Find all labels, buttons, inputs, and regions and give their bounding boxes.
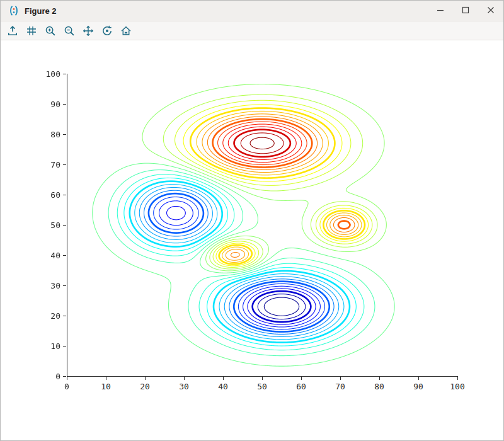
y-tick-label: 70 xyxy=(50,160,60,169)
pan-icon xyxy=(82,25,94,37)
figure-window: Figure 2 01020304050 xyxy=(0,0,504,441)
contour-canvas[interactable] xyxy=(67,74,457,376)
maximize-button[interactable] xyxy=(453,1,478,21)
y-tick-mark xyxy=(63,285,66,286)
zoom-out-icon xyxy=(63,25,76,37)
x-tick-label: 40 xyxy=(218,382,228,391)
x-tick-label: 90 xyxy=(413,382,423,391)
x-tick-label: 70 xyxy=(335,382,345,391)
y-tick-mark xyxy=(63,134,66,135)
x-tick-mark xyxy=(106,377,106,380)
x-tick-mark xyxy=(67,377,67,380)
zoom-out-button[interactable] xyxy=(61,23,77,38)
x-tick-mark xyxy=(379,377,380,380)
app-icon xyxy=(8,5,20,16)
x-tick-label: 60 xyxy=(296,382,306,391)
y-tick-label: 40 xyxy=(50,251,60,260)
toolbar xyxy=(1,21,503,40)
x-tick-mark xyxy=(184,377,185,380)
y-tick-mark xyxy=(63,346,66,346)
save-icon xyxy=(6,25,19,37)
zoom-in-button[interactable] xyxy=(42,23,59,38)
maximize-icon xyxy=(462,6,469,16)
x-tick-label: 100 xyxy=(450,382,464,391)
window-title: Figure 2 xyxy=(25,6,57,16)
y-tick-mark xyxy=(63,255,66,256)
y-tick-label: 0 xyxy=(55,372,60,381)
x-tick-mark xyxy=(145,377,146,380)
y-tick-label: 90 xyxy=(50,100,60,109)
y-tick-label: 50 xyxy=(50,220,60,230)
x-tick-label: 20 xyxy=(140,382,150,391)
rotate-3d-button[interactable] xyxy=(99,23,115,38)
x-tick-mark xyxy=(262,377,263,380)
y-tick-label: 100 xyxy=(46,69,60,79)
window-controls xyxy=(428,1,503,21)
x-tick-mark xyxy=(418,377,419,380)
y-tick-mark xyxy=(63,164,66,165)
x-tick-label: 10 xyxy=(101,382,111,391)
save-button[interactable] xyxy=(4,23,21,38)
y-tick-mark xyxy=(63,74,66,74)
y-tick-mark xyxy=(63,104,66,105)
grid-button[interactable] xyxy=(23,23,40,38)
home-button[interactable] xyxy=(118,23,134,38)
x-tick-label: 80 xyxy=(374,382,384,391)
minimize-icon xyxy=(437,6,444,16)
close-icon xyxy=(487,6,495,16)
titlebar[interactable]: Figure 2 xyxy=(1,1,503,21)
y-tick-label: 60 xyxy=(50,190,60,200)
x-tick-mark xyxy=(457,377,458,380)
x-tick-label: 50 xyxy=(257,382,267,391)
figure-content: 0102030405060708090100010203040506070809… xyxy=(1,40,503,441)
x-tick-label: 0 xyxy=(64,382,69,391)
x-tick-mark xyxy=(340,377,341,380)
x-tick-label: 30 xyxy=(179,382,189,391)
y-tick-label: 20 xyxy=(50,311,60,321)
close-button[interactable] xyxy=(478,1,503,21)
grid-icon xyxy=(25,25,38,37)
y-tick-mark xyxy=(63,225,66,226)
y-tick-mark xyxy=(63,195,66,195)
home-icon xyxy=(120,25,132,37)
y-tick-mark xyxy=(63,376,66,377)
y-tick-mark xyxy=(63,316,66,316)
rotate-3d-icon xyxy=(101,25,113,37)
zoom-in-icon xyxy=(44,25,57,37)
minimize-button[interactable] xyxy=(428,1,453,21)
x-tick-mark xyxy=(301,377,302,380)
x-tick-mark xyxy=(223,377,224,380)
pan-button[interactable] xyxy=(80,23,96,38)
y-tick-label: 80 xyxy=(50,130,60,139)
contour-plot: 0102030405060708090100010203040506070809… xyxy=(67,74,457,376)
y-tick-label: 30 xyxy=(50,281,60,290)
y-tick-label: 10 xyxy=(50,341,60,351)
y-axis-spine xyxy=(67,74,67,377)
x-axis-spine xyxy=(67,376,458,377)
